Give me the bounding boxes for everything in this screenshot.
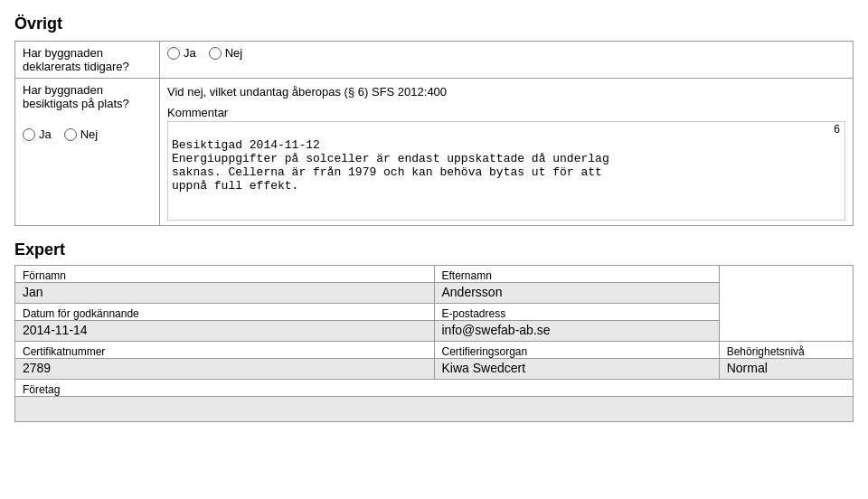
behorighet-label: Behörighetsnivå [719,342,853,359]
expert-table: Förnamn Efternamn Jan Andersson Datum fö… [14,265,854,422]
certorgan-value: Kiwa Swedcert [434,359,719,380]
certifikat-value: 2789 [15,359,435,380]
char-count: 6 [832,123,842,136]
foretag-label: Företag [15,380,854,397]
cert-value-row: 2789 Kiwa Swedcert Normal [15,359,854,380]
question2-label2: besiktigats på plats? [23,97,152,110]
question2-nej-label: Nej [80,127,99,141]
comment-wrapper: 6 Besiktigad 2014-11-12 Energiuppgifter … [167,121,845,221]
date-value-row: 2014-11-14 info@swefab-ab.se [15,321,854,342]
epost-label: E-postadress [434,304,719,321]
behorighet-value: Normal [719,359,853,380]
question2-label-cell: Har byggnaden besiktigats på plats? Ja N… [15,79,160,226]
expert-section: Expert Förnamn Efternamn Jan Andersson D… [0,226,868,422]
question1-nej-label: Nej [225,46,243,60]
question2-ja-label: Ja [39,127,52,141]
epost-value: info@swefab-ab.se [434,321,719,342]
question2-row: Har byggnaden besiktigats på plats? Ja N… [15,79,854,226]
question1-nej-radio-icon [209,47,222,60]
certorgan-label: Certifieringsorgan [434,342,719,359]
question1-ja-label: Ja [184,46,196,60]
question2-nej-radio-icon [64,128,77,141]
question2-ja-radio-icon [23,128,35,141]
question2-content-cell: Vid nej, vilket undantag åberopas (§ 6) … [160,79,854,226]
question1-label: Har byggnaden deklarerats tidigare? [15,42,160,79]
ovrigt-title: Övrigt [14,14,854,33]
comment-label: Kommentar [167,106,845,119]
datum-label: Datum för godkännande [15,304,435,321]
efternamn-value: Andersson [434,283,719,304]
name-value-row: Jan Andersson [15,283,854,304]
certifikat-label: Certifikatnummer [15,342,435,359]
foretag-value [15,397,854,422]
comment-box[interactable]: Besiktigad 2014-11-12 Energiuppgifter på… [167,121,845,221]
expert-title: Expert [14,240,854,259]
fornamn-label: Förnamn [15,266,435,283]
efternamn-label: Efternamn [434,266,719,283]
foretag-value-row [15,397,854,422]
fornamn-value: Jan [15,283,435,304]
name-label-row: Förnamn Efternamn [15,266,854,283]
question2-label1: Har byggnaden [23,83,152,97]
question1-radios: Ja Nej [160,42,854,79]
sfs-text: Vid nej, vilket undantag åberopas (§ 6) … [167,83,845,100]
question1-row: Har byggnaden deklarerats tidigare? Ja N… [15,42,854,79]
datum-value: 2014-11-14 [15,321,435,342]
date-label-row: Datum för godkännande E-postadress [15,304,854,321]
question1-ja-radio-icon [167,47,180,60]
cert-label-row: Certifikatnummer Certifieringsorgan Behö… [15,342,854,359]
foretag-label-row: Företag [15,380,854,397]
ovrigt-table: Har byggnaden deklarerats tidigare? Ja N… [14,41,854,226]
